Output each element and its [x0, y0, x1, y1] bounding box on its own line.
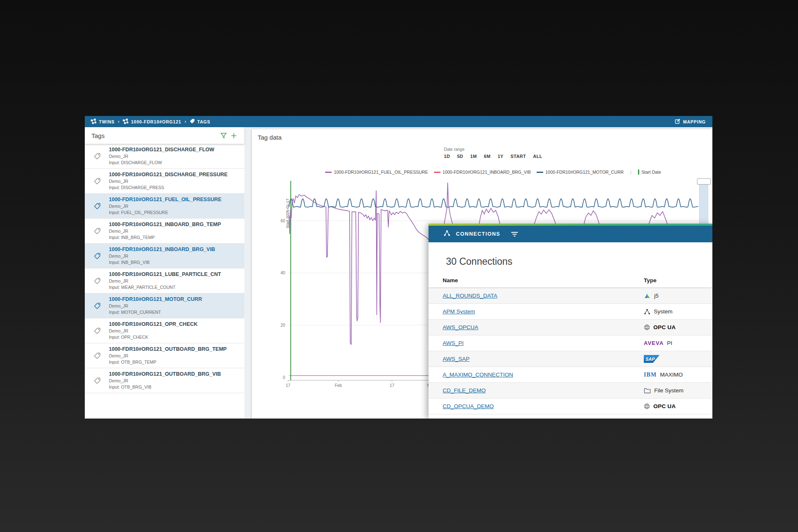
column-header-name: Name [429, 277, 644, 283]
tag-item-input: Input: OPR_CHECK [109, 334, 197, 340]
tag-item-owner: Demo_JR [109, 278, 221, 284]
tag-item-title: 1000-FDR10#ORG121_DISCHARGE_PRESSURE [109, 172, 228, 177]
breadcrumb-separator: › [118, 119, 119, 124]
tag-list-item[interactable]: 1000-FDR10#ORG121_OPR_CHECKDemo_JRInput:… [85, 318, 244, 343]
tag-item-texts: 1000-FDR10#ORG121_INBOARD_BRG_TEMPDemo_J… [109, 222, 221, 240]
mapping-button[interactable]: MAPPING [675, 118, 712, 125]
tag-item-title: 1000-FDR10#ORG121_INBOARD_BRG_TEMP [109, 222, 221, 227]
system-icon [644, 308, 650, 315]
tag-item-title: 1000-FDR10#ORG121_FUEL_OIL_PRESSURE [109, 197, 222, 202]
tag-list-item[interactable]: 1000-FDR10#ORG121_INBOARD_BRG_VIBDemo_JR… [85, 244, 244, 268]
tag-icon [94, 278, 103, 284]
chart-series-line [289, 199, 698, 207]
tag-item-owner: Demo_JR [109, 203, 222, 209]
tags-panel-title: Tags [91, 132, 218, 139]
tag-icon [190, 118, 195, 125]
connections-header: CONNECTIONS [429, 226, 712, 242]
breadcrumb-item-1000-fdr10#org121[interactable]: 1000-FDR10#ORG121 [123, 118, 181, 125]
y-tick-label: 60 [281, 219, 286, 223]
mapping-label: MAPPING [683, 119, 706, 124]
connections-filter-icon[interactable] [511, 232, 518, 236]
tag-list-item[interactable]: 1000-FDR10#ORG121_FUEL_OIL_PRESSUREDemo_… [85, 194, 244, 219]
x-tick-label: Feb [335, 383, 342, 388]
add-tag-icon[interactable] [229, 131, 238, 140]
connection-row: A_MAXIMO_CONNECTIONIBMMAXIMO [429, 367, 712, 383]
tag-icon [94, 303, 103, 309]
tag-list-item[interactable]: 1000-FDR10#ORG121_LUBE_PARTICLE_CNTDemo_… [85, 268, 244, 293]
breadcrumb-label: TWINS [99, 119, 115, 124]
breadcrumb-item-tags[interactable]: TAGS [190, 118, 211, 125]
connection-name-link[interactable]: AWS_SAP [429, 356, 644, 362]
filter-tags-icon[interactable] [219, 131, 228, 140]
tag-item-owner: Demo_JR [109, 328, 197, 334]
tag-item-title: 1000-FDR10#ORG121_OUTBOARD_BRG_VIB [109, 371, 221, 377]
breadcrumb: TWINS›1000-FDR10#ORG121›TAGS [85, 118, 675, 125]
connection-type: OPC UA [644, 324, 676, 330]
connection-name-link[interactable]: CD_OPCUA_DEMO [429, 403, 644, 409]
tag-list-item[interactable]: 1000-FDR10#ORG121_MOTOR_CURRDemo_JRInput… [85, 293, 244, 318]
tag-item-title: 1000-FDR10#ORG121_MOTOR_CURR [109, 296, 202, 302]
connection-type: AVEVAPI [644, 340, 672, 346]
connection-type-label: File System [654, 387, 684, 394]
tag-icon [94, 203, 103, 209]
tag-item-texts: 1000-FDR10#ORG121_MOTOR_CURRDemo_JRInput… [109, 296, 202, 315]
connection-row: CD_OPCUA_DEMOOPC UA [429, 399, 712, 414]
tag-icon [94, 153, 103, 160]
tag-item-owner: Demo_JR [109, 153, 214, 160]
connection-name-link[interactable]: CD_FILE_DEMO [429, 387, 644, 394]
connection-name-link[interactable]: A_MAXIMO_CONNECTION [429, 372, 644, 378]
connections-title: CONNECTIONS [456, 231, 500, 237]
tag-item-owner: Demo_JR [109, 178, 228, 185]
tag-item-texts: 1000-FDR10#ORG121_OUTBOARD_BRG_TEMPDemo_… [109, 346, 227, 365]
tag-icon [94, 253, 103, 259]
connection-type: SAP [644, 355, 660, 363]
connection-name-link[interactable]: ALL_ROUNDS_DATA [429, 293, 644, 299]
tag-item-input: Input: DISCHARGE_PRESS [109, 185, 228, 191]
top-navigation-bar: TWINS›1000-FDR10#ORG121›TAGS MAPPING [85, 116, 712, 127]
connection-row: AWS_PIAVEVAPI [429, 335, 712, 351]
tag-icon [94, 328, 103, 334]
connection-type-label: j5 [654, 293, 659, 299]
connection-name-link[interactable]: AWS_PI [429, 340, 644, 346]
tag-item-input: Input: INB_BRG_VIB [109, 259, 215, 266]
tag-item-input: Input: WEAR_PARTICLE_COUNT [109, 284, 221, 291]
connections-icon [443, 230, 451, 238]
tag-item-texts: 1000-FDR10#ORG121_LUBE_PARTICLE_CNTDemo_… [109, 271, 221, 290]
tag-item-title: 1000-FDR10#ORG121_DISCHARGE_FLOW [109, 147, 214, 153]
connection-type-label: MAXIMO [660, 372, 683, 378]
connection-type: IBMMAXIMO [644, 372, 683, 378]
tag-item-owner: Demo_JR [109, 228, 221, 234]
tag-item-input: Input: FUEL_OIL_PRESSURE [109, 209, 222, 216]
connections-count-heading: 30 Connections [429, 242, 712, 267]
tag-item-owner: Demo_JR [109, 253, 215, 259]
aveva-logo: AVEVA [644, 340, 664, 346]
connection-row: APM SystemSystem [429, 304, 712, 320]
tag-list-item[interactable]: 1000-FDR10#ORG121_DISCHARGE_FLOWDemo_JRI… [85, 144, 244, 169]
tag-icon [94, 377, 103, 384]
opcua-logo-icon [644, 324, 650, 330]
connection-row: AWS_OPCUAOPC UA [429, 320, 712, 335]
folder-icon [644, 388, 651, 394]
tag-item-texts: 1000-FDR10#ORG121_OUTBOARD_BRG_VIBDemo_J… [109, 371, 221, 390]
tag-item-owner: Demo_JR [109, 353, 227, 359]
tag-list-item[interactable]: 1000-FDR10#ORG121_INBOARD_BRG_TEMPDemo_J… [85, 219, 244, 244]
tag-list-item[interactable]: 1000-FDR10#ORG121_DISCHARGE_PRESSUREDemo… [85, 169, 244, 194]
connection-name-link[interactable]: APM System [429, 308, 644, 315]
tag-list-item[interactable]: 1000-FDR10#ORG121_OUTBOARD_BRG_TEMPDemo_… [85, 343, 244, 368]
column-header-type: Type [644, 277, 657, 283]
connection-name-link[interactable]: AWS_OPCUA [429, 324, 644, 330]
connection-type-label: System [654, 308, 672, 315]
connection-row: AWS_SAPSAP [429, 351, 712, 367]
breadcrumb-separator: › [185, 119, 186, 124]
twins-icon [123, 118, 128, 125]
tag-item-input: Input: OTB_BRG_VIB [109, 384, 221, 390]
connections-window: CONNECTIONS 30 Connections Name Type ALL… [429, 224, 712, 419]
sap-logo: SAP [644, 355, 660, 363]
chart-range-scrollbar-handle[interactable] [697, 178, 711, 185]
tag-item-texts: 1000-FDR10#ORG121_INBOARD_BRG_VIBDemo_JR… [109, 246, 215, 265]
tag-item-title: 1000-FDR10#ORG121_INBOARD_BRG_VIB [109, 246, 215, 252]
connection-type-label: PI [667, 340, 672, 346]
tag-list-item[interactable]: 1000-FDR10#ORG121_OUTBOARD_BRG_VIBDemo_J… [85, 368, 244, 393]
ibm-logo: IBM [644, 372, 657, 378]
breadcrumb-item-twins[interactable]: TWINS [91, 118, 115, 125]
